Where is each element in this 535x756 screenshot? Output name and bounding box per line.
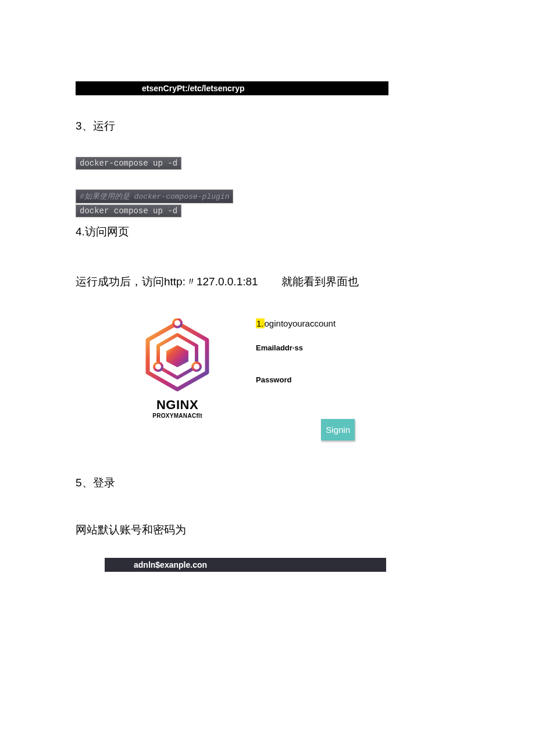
step-4-heading: 4.访问网页 [76, 224, 459, 239]
code-line-2: docker compose up -d [76, 205, 181, 217]
default-credentials-text: 网站默认账号和密码为 [76, 522, 459, 538]
code-comment: #如果使用的是 docker-compose-plugin [76, 189, 233, 203]
step-3-heading: 3、运行 [76, 119, 459, 134]
login-panel: NGINX PROXYMANACflt 1.ogintoyouraccount … [140, 318, 459, 440]
login-form: 1.ogintoyouraccount Emailaddr·ss Passwor… [256, 318, 355, 440]
yaml-volume-line: etsenCryPt:/etc/letsencryp [76, 81, 388, 95]
login-heading-highlight: 1. [256, 318, 265, 328]
password-label: Password [256, 375, 355, 384]
logo-column: NGINX PROXYMANACflt [140, 318, 215, 440]
logo-subtitle: PROXYMANACflt [152, 413, 202, 419]
step-5-heading: 5、登录 [76, 475, 459, 490]
nginx-proxy-manager-logo [140, 318, 215, 394]
login-heading: 1.ogintoyouraccount [256, 318, 355, 328]
svg-point-4 [154, 363, 162, 371]
code-line-1: docker-compose up -d [76, 157, 181, 170]
run-success-text-left: 运行成功后，访问http:〃127.0.0.1:81 [76, 274, 258, 289]
default-email: adnln$exanple.con [105, 558, 386, 572]
signin-button[interactable]: Signin [321, 419, 355, 440]
svg-point-3 [173, 319, 181, 327]
login-heading-rest: ogintoyouraccount [265, 318, 336, 328]
email-label: Emailaddr·ss [256, 343, 355, 352]
svg-point-5 [192, 363, 201, 371]
logo-title: NGINX [156, 397, 198, 413]
run-success-text-right: 就能看到界面也 [281, 274, 359, 289]
svg-marker-2 [166, 345, 188, 367]
